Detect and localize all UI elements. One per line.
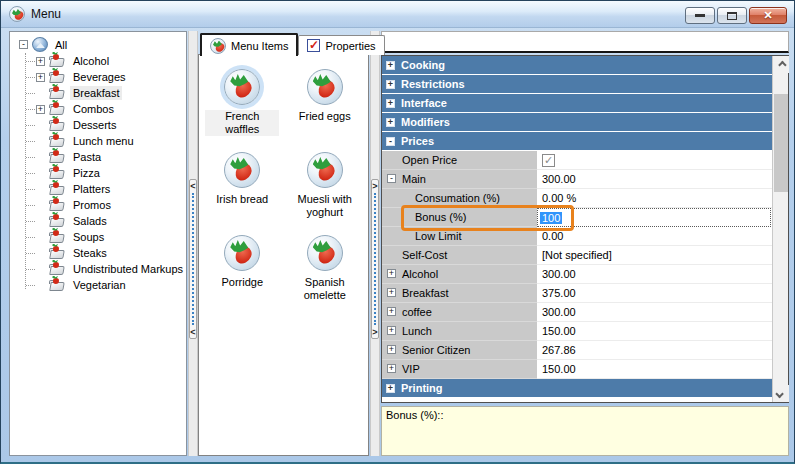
property-value-cell[interactable]: 150.00 [537, 322, 772, 341]
collapse-icon[interactable]: - [19, 40, 28, 49]
scrollbar-thumb[interactable] [774, 94, 788, 192]
tree-item-soups[interactable]: Soups [10, 229, 186, 245]
property-row-consumation[interactable]: Consumation (%) 0.00 % [382, 189, 772, 208]
vertical-scrollbar[interactable] [772, 56, 788, 402]
tree-item-label[interactable]: Beverages [70, 70, 129, 84]
tab-menu-items[interactable]: Menu Items [200, 33, 298, 56]
collapse-right-icon[interactable]: > [372, 182, 377, 190]
property-row-coffee[interactable]: + coffee 300.00 [382, 303, 772, 322]
expand-icon[interactable]: + [387, 364, 396, 373]
tree-item-pizza[interactable]: Pizza [10, 165, 186, 181]
expand-icon[interactable]: + [386, 80, 395, 89]
tree-item-vegetarian[interactable]: Vegetarian [10, 277, 186, 293]
tree-item-alcohol[interactable]: + Alcohol [10, 53, 186, 69]
property-row-alcohol[interactable]: + Alcohol 300.00 [382, 265, 772, 284]
collapse-icon[interactable]: - [386, 137, 395, 146]
tree-item-lunch-menu[interactable]: Lunch menu [10, 133, 186, 149]
expand-icon[interactable]: + [386, 99, 395, 108]
property-value-cell[interactable]: 0.00 [537, 227, 772, 246]
property-value-cell[interactable]: 150.00 [537, 360, 772, 379]
tree-item-label[interactable]: Soups [70, 230, 107, 244]
expand-icon[interactable]: + [386, 384, 395, 393]
splitter-properties[interactable]: > > [370, 31, 380, 456]
expand-icon[interactable]: + [386, 118, 395, 127]
property-row-lunch[interactable]: + Lunch 150.00 [382, 322, 772, 341]
tree-item-label[interactable]: Platters [70, 182, 113, 196]
property-row-breakfast[interactable]: + Breakfast 375.00 [382, 284, 772, 303]
property-row-self-cost[interactable]: Self-Cost [Not specified] [382, 246, 772, 265]
section-header-printing[interactable]: + Printing [382, 379, 772, 398]
close-button[interactable]: ✕ [749, 7, 787, 24]
tree-item-salads[interactable]: Salads [10, 213, 186, 229]
tree-item-pasta[interactable]: Pasta [10, 149, 186, 165]
minimize-button[interactable] [685, 7, 715, 24]
tree-item-label[interactable]: Alcohol [70, 54, 112, 68]
tree-item-label[interactable]: Lunch menu [70, 134, 137, 148]
property-row-vip[interactable]: + VIP 150.00 [382, 360, 772, 379]
scroll-down-button[interactable] [773, 385, 789, 402]
tree-item-label[interactable]: Desserts [70, 118, 119, 132]
tree-item-steaks[interactable]: Steaks [10, 245, 186, 261]
section-header-restrictions[interactable]: + Restrictions [382, 75, 772, 94]
tree-item-label[interactable]: Steaks [70, 246, 110, 260]
expand-icon[interactable]: + [387, 326, 396, 335]
tree-item-label[interactable]: Pizza [70, 166, 103, 180]
menu-item-porridge[interactable]: Porridge [201, 235, 284, 302]
tree-item-label[interactable]: Undistributed Markups [70, 262, 186, 276]
expand-icon[interactable]: + [387, 288, 396, 297]
scroll-up-button[interactable] [773, 56, 789, 73]
maximize-button[interactable] [717, 7, 747, 24]
expand-icon[interactable]: + [387, 307, 396, 316]
collapse-left-icon[interactable]: < [190, 182, 195, 190]
section-header-cooking[interactable]: + Cooking [382, 56, 772, 75]
property-value-cell[interactable]: 0.00 % [537, 189, 772, 208]
expand-icon[interactable]: + [387, 345, 396, 354]
tree-item-label[interactable]: All [52, 38, 70, 52]
menu-item-muesli[interactable]: Muesli with yoghurt [284, 152, 367, 219]
menu-item-spanish-omelette[interactable]: Spanish omelette [284, 235, 367, 302]
property-row-senior-citizen[interactable]: + Senior Citizen 267.86 [382, 341, 772, 360]
property-value-cell[interactable]: 267.86 [537, 341, 772, 360]
collapse-left-icon[interactable]: < [190, 328, 195, 336]
section-header-modifiers[interactable]: + Modifiers [382, 113, 772, 132]
property-row-main[interactable]: - Main 300.00 [382, 170, 772, 189]
checkbox-checked-icon[interactable]: ✓ [542, 154, 555, 167]
menu-item-french-waffles[interactable]: French waffles [201, 69, 284, 136]
tab-properties[interactable]: ✓ Properties [298, 35, 384, 55]
title-bar[interactable]: Menu ✕ [1, 1, 794, 28]
property-row-open-price[interactable]: Open Price ✓ [382, 151, 772, 170]
tree-item-label[interactable]: Promos [70, 198, 114, 212]
tree-item-breakfast[interactable]: Breakfast [10, 85, 186, 101]
property-row-bonus[interactable]: Bonus (%) 100 [382, 208, 772, 227]
expand-icon[interactable]: + [36, 57, 45, 66]
splitter-tree[interactable]: < < [188, 31, 198, 456]
property-row-low-limit[interactable]: Low Limit 0.00 [382, 227, 772, 246]
expand-icon[interactable]: + [386, 61, 395, 70]
tree-item-promos[interactable]: Promos [10, 197, 186, 213]
tree-item-undistributed-markups[interactable]: Undistributed Markups [10, 261, 186, 277]
tree-item-platters[interactable]: Platters [10, 181, 186, 197]
property-value-cell[interactable]: 300.00 [537, 170, 772, 189]
collapse-icon[interactable]: - [387, 174, 396, 183]
tree-item-all[interactable]: - All [10, 36, 186, 53]
property-value-cell[interactable]: ✓ [537, 151, 772, 170]
tree-item-label[interactable]: Pasta [70, 150, 104, 164]
property-value-cell[interactable]: 300.00 [537, 303, 772, 322]
splitter-grip[interactable]: < < [189, 179, 197, 339]
menu-item-irish-bread[interactable]: Irish bread [201, 152, 284, 219]
tree-item-label[interactable]: Salads [70, 214, 110, 228]
tree-item-combos[interactable]: + Combos [10, 101, 186, 117]
collapse-right-icon[interactable]: > [372, 328, 377, 336]
property-value-cell[interactable]: 375.00 [537, 284, 772, 303]
expand-icon[interactable]: + [387, 269, 396, 278]
tree-item-label[interactable]: Vegetarian [70, 278, 129, 292]
bonus-edit-field[interactable]: 100 [537, 208, 771, 227]
expand-icon[interactable]: + [36, 73, 45, 82]
tree-item-label[interactable]: Combos [70, 102, 117, 116]
tree-item-label[interactable]: Breakfast [70, 86, 122, 100]
section-header-interface[interactable]: + Interface [382, 94, 772, 113]
property-value-cell[interactable]: 300.00 [537, 265, 772, 284]
property-value-cell[interactable]: [Not specified] [537, 246, 772, 265]
tree-item-beverages[interactable]: + Beverages [10, 69, 186, 85]
splitter-grip[interactable]: > > [371, 179, 379, 339]
